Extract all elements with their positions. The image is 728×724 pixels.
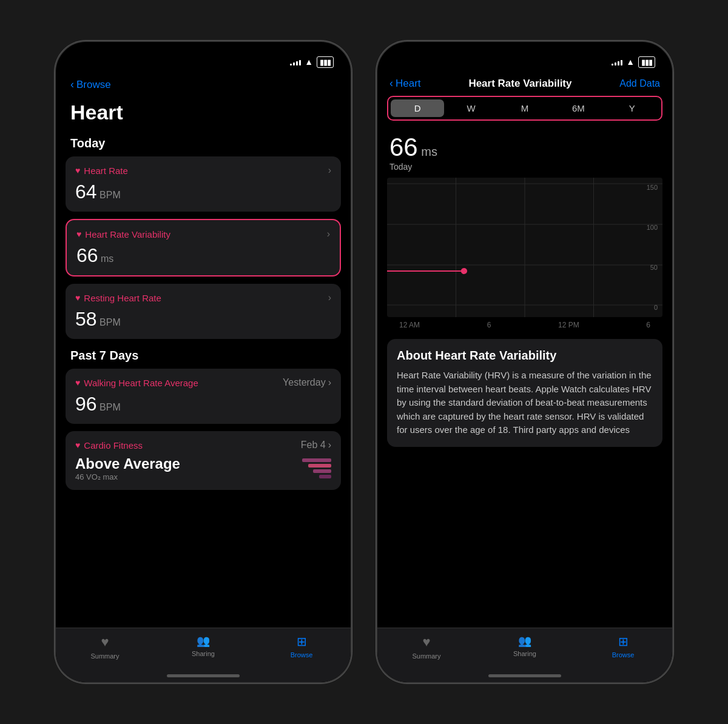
cardio-above-average: Above Average [75, 455, 180, 472]
signal-icon-right [612, 58, 622, 65]
walking-hr-unit: BPM [97, 402, 121, 412]
card-title-left-cardio: ♥ Cardio Fitness [75, 440, 143, 451]
back-label-right: Heart [396, 78, 421, 90]
page-title-heart: Heart [56, 98, 351, 134]
cardio-values: Above Average 46 VO₂ max [75, 455, 180, 481]
walking-hr-card[interactable]: ♥ Walking Heart Rate Average Yesterday ›… [66, 369, 341, 424]
signal-icon [290, 58, 301, 65]
heart-rate-label: Heart Rate [84, 166, 128, 176]
nav-bar-left: ‹ Browse [56, 73, 351, 98]
browse-icon-left: ⊞ [297, 634, 307, 649]
cardio-fitness-card[interactable]: ♥ Cardio Fitness Feb 4 › Above Average 4… [66, 431, 341, 490]
screen-content-left: ‹ Browse Heart Today ♥ Heart Rate › [56, 73, 351, 682]
battery-icon-right: ▮▮▮ [638, 56, 655, 68]
left-phone-inner: ▲ ▮▮▮ ‹ Browse Heart Today [56, 42, 351, 682]
summary-label-right: Summary [412, 652, 440, 660]
resting-hr-card[interactable]: ♥ Resting Heart Rate › 58 BPM [66, 284, 341, 339]
heart-icon-resting: ♥ [75, 293, 80, 303]
tab-browse-right[interactable]: ⊞ Browse [574, 634, 672, 659]
hrv-main-value: 66 ms [389, 133, 660, 162]
about-text: Heart Rate Variability (HRV) is a measur… [397, 369, 653, 437]
chart-x-6pm: 6 [646, 321, 650, 329]
browse-label-right: Browse [612, 651, 635, 659]
heart-icon-cardio: ♥ [75, 440, 80, 450]
hrv-value-section: 66 ms Today [377, 130, 672, 178]
back-button-left[interactable]: ‹ Browse [70, 78, 111, 91]
back-chevron-right: ‹ [389, 77, 393, 90]
sharing-icon-left: 👥 [197, 634, 210, 648]
tab-browse-left[interactable]: ⊞ Browse [252, 634, 351, 659]
chart-y-labels: 150 100 50 0 [647, 178, 658, 317]
card-title-hrv: ♥ Heart Rate Variability › [76, 229, 330, 240]
time-filter-y[interactable]: Y [605, 99, 659, 117]
phones-container: ▲ ▮▮▮ ‹ Browse Heart Today [36, 22, 692, 702]
resting-hr-label: Resting Heart Rate [84, 293, 161, 303]
hrv-label-left: Heart Rate Variability [85, 229, 170, 240]
summary-label-left: Summary [90, 652, 119, 660]
svg-point-8 [461, 268, 467, 274]
chart-svg [387, 178, 662, 317]
back-label-left: Browse [76, 79, 111, 91]
nav-bar-right: ‹ Heart Heart Rate Variability Add Data [377, 73, 672, 96]
chart-y-0: 0 [647, 304, 658, 311]
about-title: About Heart Rate Variability [397, 349, 653, 363]
heart-icon-walking: ♥ [75, 378, 80, 387]
tab-summary-left[interactable]: ♥ Summary [56, 634, 154, 660]
card-title-heart-rate: ♥ Heart Rate › [75, 165, 331, 176]
walking-chevron: › [328, 377, 331, 388]
tab-bar-left: ♥ Summary 👥 Sharing ⊞ Browse [56, 628, 351, 682]
walking-hr-label: Walking Heart Rate Average [84, 378, 198, 388]
tab-summary-right[interactable]: ♥ Summary [377, 634, 476, 660]
card-date-walking: Yesterday › [283, 377, 331, 388]
time-filter-6m[interactable]: 6M [551, 99, 605, 117]
chart-x-6: 6 [487, 321, 491, 329]
card-chevron-resting: › [328, 292, 331, 303]
sharing-icon-right: 👥 [518, 634, 531, 648]
chart-y-50: 50 [647, 264, 658, 271]
heart-rate-card[interactable]: ♥ Heart Rate › 64 BPM [66, 156, 341, 212]
heart-icon-hrv: ♥ [76, 229, 81, 239]
add-data-button[interactable]: Add Data [619, 78, 660, 89]
hrv-today-label: Today [389, 162, 660, 172]
wifi-icon-right: ▲ [626, 57, 635, 67]
card-title-walking: ♥ Walking Heart Rate Average Yesterday › [75, 377, 331, 388]
home-indicator-right [488, 674, 561, 677]
walking-hr-value: 96 BPM [75, 393, 331, 415]
cardio-chevron: › [328, 440, 331, 451]
chart-y-100: 100 [647, 224, 658, 231]
card-chevron-hr: › [328, 165, 331, 176]
hrv-unit-left: ms [98, 253, 114, 264]
tab-sharing-right[interactable]: 👥 Sharing [476, 634, 574, 657]
cardio-fitness-label: Cardio Fitness [84, 440, 143, 451]
section-today-header: Today [56, 134, 351, 156]
resting-hr-value: 58 BPM [75, 308, 331, 330]
nav-title-right: Heart Rate Variability [468, 78, 571, 90]
back-chevron-left: ‹ [70, 78, 74, 91]
browse-icon-right: ⊞ [618, 634, 629, 649]
hrv-value-left: 66 ms [76, 244, 330, 267]
card-title-left-resting: ♥ Resting Heart Rate [75, 293, 161, 303]
time-filter-d[interactable]: D [391, 99, 444, 117]
cardio-content: Above Average 46 VO₂ max [75, 455, 331, 481]
hrv-card[interactable]: ♥ Heart Rate Variability › 66 ms [66, 219, 341, 277]
tab-sharing-left[interactable]: 👥 Sharing [154, 634, 252, 657]
chart-y-150: 150 [647, 184, 658, 191]
card-title-left-hr: ♥ Heart Rate [75, 166, 128, 176]
heart-rate-value: 64 BPM [75, 181, 331, 203]
chart-x-12pm: 12 PM [558, 321, 579, 329]
status-icons-right: ▲ ▮▮▮ [612, 56, 655, 68]
stacked-bars-icon [302, 458, 331, 478]
time-filter-m[interactable]: M [498, 99, 551, 117]
card-date-cardio: Feb 4 › [301, 440, 331, 451]
status-icons-left: ▲ ▮▮▮ [290, 56, 334, 68]
right-phone-inner: ▲ ▮▮▮ ‹ Heart Heart Rate Variability Add… [377, 42, 672, 682]
cardio-date: Feb 4 [301, 440, 326, 451]
chart-x-labels: 12 AM 6 12 PM 6 [387, 317, 662, 329]
back-button-right[interactable]: ‹ Heart [389, 77, 421, 90]
time-filter-w[interactable]: W [444, 99, 497, 117]
cardio-vo2: 46 VO₂ max [75, 472, 180, 481]
section-past7-header: Past 7 Days [56, 346, 351, 369]
chart-x-12am: 12 AM [399, 321, 420, 329]
notch-right [485, 42, 564, 61]
battery-icon-left: ▮▮▮ [317, 56, 334, 68]
